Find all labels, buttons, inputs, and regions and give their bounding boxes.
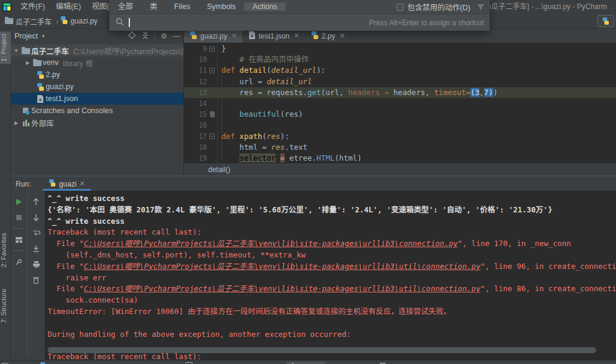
tool-window-switcher-icon[interactable] <box>1 362 8 364</box>
menu-item[interactable]: 编辑(E) <box>51 2 87 11</box>
expand-arrow-icon[interactable]: ▼ <box>12 48 20 54</box>
horizontal-scrollbar[interactable] <box>48 347 596 353</box>
status-bar-item-6-todo[interactable]: 6: TODO <box>374 362 422 364</box>
console-line: TimeoutError: [WinError 10060] 由于连接方在一段时… <box>48 306 616 318</box>
code-text: # 在商品内页中操作 <box>217 54 616 65</box>
popup-tab-bar: 全部类FilesSymbolsActions 包含禁用的动作(D) <box>109 0 490 14</box>
close-icon[interactable]: ✕ <box>232 32 237 40</box>
editor-tab-2.py[interactable]: 2.py✕ <box>306 29 351 43</box>
run-console-output[interactable]: ^_^ write success{'名称': '本田 奥德赛 2017款 2.… <box>45 191 616 360</box>
close-icon[interactable]: ✕ <box>79 180 85 188</box>
tool-window-button-project[interactable]: 1: Project <box>0 31 11 64</box>
tree-item[interactable]: 2.py <box>11 69 183 81</box>
tree-item[interactable]: ▶外部库 <box>11 117 183 129</box>
tool-window-button-favorites[interactable]: 2: Favorites <box>0 230 11 270</box>
run-configuration-widget[interactable] <box>597 15 614 27</box>
code-text <box>217 98 616 109</box>
file-link[interactable]: C:\Users\嗯哼\PycharmProjects\瓜子二手车\venv\l… <box>84 239 458 248</box>
rerun-button[interactable] <box>14 197 23 206</box>
status-bar-item-4-run[interactable]: 4: Run <box>286 362 325 364</box>
breadcrumb-scope[interactable]: detail() <box>208 165 230 174</box>
file-link[interactable]: C:\Users\嗯哼\PycharmProjects\瓜子二手车\venv\l… <box>84 284 480 293</box>
scroll-to-end-icon[interactable] <box>31 244 41 253</box>
code-line[interactable]: 17−def xpath(res): <box>184 131 616 142</box>
fold-icon[interactable]: − <box>209 46 215 52</box>
status-bar-item-terminal[interactable]: Terminal <box>180 362 226 364</box>
restore-layout-icon[interactable] <box>14 235 23 244</box>
code-line[interactable]: 14 <box>184 98 616 109</box>
code-line[interactable]: 16 <box>184 120 616 131</box>
tree-item[interactable]: test1.json <box>11 93 183 105</box>
line-number: 15 <box>184 109 207 120</box>
locate-icon[interactable] <box>128 31 136 41</box>
pycharm-window: 文件(F)编辑(E)视图(V)导航(N) s\瓜子二手车] - ...\guaz… <box>0 0 616 364</box>
tree-item-label: 外部库 <box>31 117 54 129</box>
hide-panel-icon[interactable]: — <box>173 32 180 40</box>
gutter-fold-column: − <box>207 65 217 76</box>
up-stack-trace-icon[interactable] <box>31 197 41 206</box>
code-line[interactable]: 13 res = requests.get(url, headers = hea… <box>184 87 616 98</box>
editor-tab-label: test1.json <box>259 32 289 40</box>
popup-tab-Actions[interactable]: Actions <box>244 2 286 11</box>
tree-item[interactable]: guazi.py <box>11 81 183 93</box>
fold-icon[interactable]: − <box>209 134 215 139</box>
filter-icon[interactable] <box>476 3 485 11</box>
tree-item[interactable]: ▼瓜子二手车C:\Users\嗯哼\PycharmProjects\瓜子二 <box>11 45 183 57</box>
editor-tab-guazi.py[interactable]: guazi.py✕ <box>184 29 243 43</box>
include-disabled-checkbox[interactable]: 包含禁用的动作(D) <box>396 1 490 13</box>
print-icon[interactable] <box>31 259 41 269</box>
python-file-icon <box>60 16 68 26</box>
tree-item-label: venv <box>43 58 58 67</box>
popup-tab-Files[interactable]: Files <box>166 2 199 11</box>
code-text: url = detail_url <box>217 76 616 87</box>
chevron-down-icon[interactable]: ▼ <box>41 34 46 39</box>
code-line[interactable]: 11−def detail(detail_url): <box>184 65 616 76</box>
gutter-fold-column <box>207 54 217 65</box>
pin-icon[interactable] <box>14 257 23 267</box>
tool-window-button-structure[interactable]: 7: Structure <box>0 286 11 325</box>
close-icon[interactable]: ✕ <box>339 32 345 40</box>
soft-wrap-icon[interactable] <box>31 228 41 238</box>
down-stack-trace-icon[interactable] <box>31 212 41 222</box>
code-line[interactable]: 9−} <box>184 43 616 54</box>
tree-item-label: test1.json <box>46 94 78 103</box>
code-line[interactable]: 19 selector = etree.HTML(html) <box>184 153 616 164</box>
breadcrumb-project[interactable]: 瓜子二手车 <box>5 16 52 26</box>
editor-tab-test1.json[interactable]: test1.json✕ <box>243 29 306 43</box>
tree-item[interactable]: ▶venvlibrary 根 <box>11 57 183 69</box>
text-cursor <box>129 18 130 27</box>
line-number: 12 <box>184 76 207 87</box>
run-tab-guazi[interactable]: guazi ✕ <box>43 177 91 191</box>
close-icon[interactable]: ✕ <box>294 32 299 40</box>
code-line[interactable]: 10 # 在商品内页中操作 <box>184 54 616 65</box>
popup-tab-全部[interactable]: 全部 <box>109 2 141 11</box>
console-line <box>48 318 616 329</box>
expand-arrow-icon[interactable]: ▶ <box>12 120 20 126</box>
project-panel: Project ▼ ⚙ — ▼瓜子二手车C:\Users\嗯哼\PycharmP… <box>11 29 184 175</box>
line-number: 14 <box>184 98 207 109</box>
folder-icon <box>20 47 31 54</box>
editor-breadcrumbs: detail() <box>184 164 616 175</box>
stop-button[interactable] <box>14 212 23 222</box>
popup-tab-Symbols[interactable]: Symbols <box>199 2 244 11</box>
project-panel-title[interactable]: Project <box>14 32 38 40</box>
code-line[interactable]: 18 html = res.text <box>184 142 616 153</box>
gear-icon[interactable]: ⚙ <box>161 32 167 40</box>
fold-icon[interactable]: − <box>209 68 215 73</box>
code-line[interactable]: 12 url = detail_url <box>184 76 616 87</box>
status-bar-item-python-console[interactable]: Python Console <box>35 362 104 364</box>
menu-item[interactable]: 文件(F) <box>15 2 51 11</box>
code-line[interactable]: 15 beautiful(res) <box>184 109 616 120</box>
action-search-field[interactable]: Press Alt+Enter to assign a shortcut <box>109 14 490 31</box>
collapse-all-icon[interactable] <box>141 31 149 41</box>
breadcrumb-file[interactable]: guazi.py <box>60 16 97 26</box>
expand-arrow-icon[interactable]: ▶ <box>23 60 32 66</box>
tree-item[interactable]: Scratches and Consoles <box>11 105 183 117</box>
file-link[interactable]: C:\Users\嗯哼\PycharmProjects\瓜子二手车\venv\l… <box>84 262 480 271</box>
console-line: File "C:\Users\嗯哼\PycharmProjects\瓜子二手车\… <box>48 283 616 295</box>
checkbox-icon[interactable] <box>396 4 404 11</box>
popup-tab-类[interactable]: 类 <box>141 2 166 11</box>
clear-console-icon[interactable] <box>31 275 41 285</box>
console-line: During handling of the above exception, … <box>48 329 616 341</box>
code-editor[interactable]: 9−}10 # 在商品内页中操作11−def detail(detail_url… <box>184 43 616 164</box>
